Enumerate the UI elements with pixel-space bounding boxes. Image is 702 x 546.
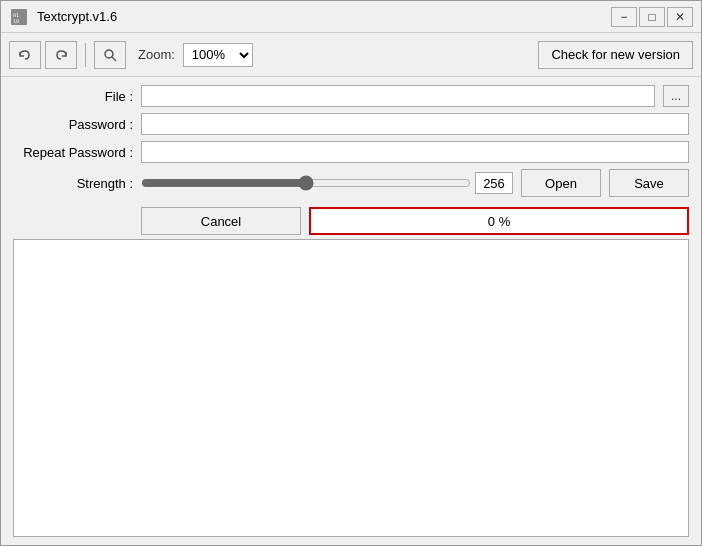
file-label: File : [13, 89, 133, 104]
svg-text:10: 10 [13, 18, 19, 24]
window-controls: − □ ✕ [611, 7, 693, 27]
open-button[interactable]: Open [521, 169, 601, 197]
password-label: Password : [13, 117, 133, 132]
toolbar: Zoom: 100% 50% 75% 125% 150% 200% Check … [1, 33, 701, 77]
zoom-label: Zoom: [138, 47, 175, 62]
repeat-password-row: Repeat Password : [13, 141, 689, 163]
app-window: 01 10 Textcrypt.v1.6 − □ ✕ [0, 0, 702, 546]
svg-line-4 [112, 57, 116, 61]
check-version-button[interactable]: Check for new version [538, 41, 693, 69]
password-input[interactable] [141, 113, 689, 135]
save-button[interactable]: Save [609, 169, 689, 197]
minimize-button[interactable]: − [611, 7, 637, 27]
toolbar-separator [85, 43, 86, 67]
strength-slider-container: 256 [141, 172, 513, 194]
close-button[interactable]: ✕ [667, 7, 693, 27]
search-button[interactable] [94, 41, 126, 69]
text-area-container [13, 239, 689, 537]
zoom-select[interactable]: 100% 50% 75% 125% 150% 200% [183, 43, 253, 67]
strength-value: 256 [475, 172, 513, 194]
repeat-password-label: Repeat Password : [13, 145, 133, 160]
maximize-button[interactable]: □ [639, 7, 665, 27]
redo-button[interactable] [45, 41, 77, 69]
file-input[interactable] [141, 85, 655, 107]
file-row: File : ... [13, 85, 689, 107]
repeat-password-input[interactable] [141, 141, 689, 163]
strength-slider[interactable] [141, 174, 471, 192]
svg-point-3 [105, 50, 113, 58]
cancel-button[interactable]: Cancel [141, 207, 301, 235]
browse-button[interactable]: ... [663, 85, 689, 107]
password-row: Password : [13, 113, 689, 135]
form-area: File : ... Password : Repeat Password : … [1, 77, 701, 205]
window-title: Textcrypt.v1.6 [37, 9, 603, 24]
title-bar: 01 10 Textcrypt.v1.6 − □ ✕ [1, 1, 701, 33]
main-textarea[interactable] [14, 240, 688, 536]
strength-label: Strength : [13, 176, 133, 191]
progress-text: 0 % [488, 214, 510, 229]
progress-bar-container: 0 % [309, 207, 689, 235]
app-icon: 01 10 [9, 7, 29, 27]
action-row: Cancel 0 % [1, 207, 701, 235]
strength-row: Strength : 256 Open Save [13, 169, 689, 197]
undo-button[interactable] [9, 41, 41, 69]
